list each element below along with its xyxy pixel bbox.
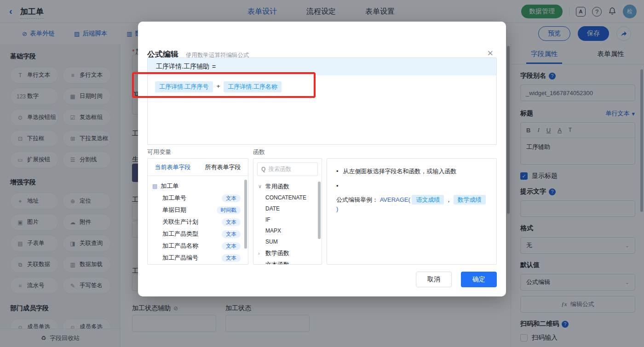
variable-row-加工产品名称[interactable]: 加工产品名称文本 [152,240,243,252]
function-group-label: 文本函数 [265,261,289,265]
chevron-down-icon: ∨ [258,183,263,189]
variable-type-badge: 文本 [222,230,241,238]
variables-panel: 当前表单字段 所有表单字段 ▤ 加工单 加工单号文本单据日期时间戳关联生产计划文… [147,158,248,265]
field-rows: 加工单号文本单据日期时间戳关联生产计划文本加工产品类型文本加工产品名称文本加工产… [152,192,243,264]
variable-row-加工单号[interactable]: 加工单号文本 [152,192,243,204]
variable-name: 加工产品编号 [162,254,198,262]
function-group-label: 数学函数 [265,249,289,257]
function-group-文本函数[interactable]: ›文本函数 [258,259,317,265]
function-item-DATE[interactable]: DATE [258,203,317,214]
search-icon: Q [261,166,265,172]
example-chip: 数学成绩 [454,195,486,205]
variable-type-badge: 文本 [222,242,241,250]
variable-row-加工产品编号[interactable]: 加工产品编号文本 [152,252,243,264]
function-group-label: 常用函数 [265,182,289,191]
variable-row-单据日期[interactable]: 单据日期时间戳 [152,204,243,216]
functions-panel: Q 搜索函数 ∨常用函数CONCATENATEDATEIFMAPXSUM›数学函… [253,158,322,265]
modal-footer: 取消 确定 [416,272,497,287]
tab-current-form-fields[interactable]: 当前表单字段 [148,159,198,176]
variable-type-badge: 时间戳 [217,206,241,214]
function-item-IF[interactable]: IF [258,214,317,225]
variable-name: 加工产品名称 [162,242,198,250]
form-doc-icon: ▤ [152,183,157,189]
form-node[interactable]: ▤ 加工单 [152,180,243,192]
example-function-name: AVERAGE( [380,196,410,203]
variable-name: 加工产品类型 [162,230,198,238]
bullet-icon: • [336,167,339,176]
variable-row-关联生产计划[interactable]: 关联生产计划文本 [152,216,243,228]
variable-row-加工产品类型[interactable]: 加工产品类型文本 [152,228,243,240]
bullet-icon: • [336,182,339,191]
close-icon[interactable]: × [487,48,493,58]
example-close-paren: ) [336,205,338,212]
tips-panel: • 从左侧面板选择字段名和函数，或输入函数 • 公式编辑举例： AVERAGE(… [327,158,497,265]
function-item-SUM[interactable]: SUM [258,236,317,247]
tip-row: • 从左侧面板选择字段名和函数，或输入函数 [336,167,487,176]
formula-operator: + [217,81,220,90]
function-item-CONCATENATE[interactable]: CONCATENATE [258,192,317,203]
variable-name: 单据日期 [162,206,186,214]
function-group-常用函数[interactable]: ∨常用函数 [258,181,317,192]
formula-target: 工序详情.工序辅助= [148,58,496,75]
functions-section-label: 函数 [253,148,265,156]
variables-section-label: 可用变量 [147,148,171,156]
function-search-input[interactable]: Q 搜索函数 [257,162,318,176]
example-chip: 语文成绩 [412,195,444,205]
variable-type-badge: 文本 [222,254,241,262]
chevron-right-icon: › [258,250,263,256]
variable-name: 加工单号 [162,194,186,202]
formula-edit-modal: 公式编辑 使用数学运算符编辑公式 × 工序详情.工序辅助= 工序详情.工序序号 … [138,22,506,296]
cancel-button[interactable]: 取消 [416,272,452,287]
variable-type-badge: 文本 [222,194,241,202]
variables-list: ▤ 加工单 加工单号文本单据日期时间戳关联生产计划文本加工产品类型文本加工产品名… [148,176,248,265]
confirm-button[interactable]: 确定 [461,272,497,287]
functions-scrollbar[interactable] [318,182,321,239]
function-group-数学函数[interactable]: ›数学函数 [258,247,317,259]
formula-editor[interactable]: 工序详情.工序辅助= 工序详情.工序序号 + 工序详情.工序名称 [147,57,497,145]
function-item-MAPX[interactable]: MAPX [258,225,317,236]
tab-all-form-fields[interactable]: 所有表单字段 [198,159,248,176]
screen: ‹ 加工单 表单设计 流程设定 表单设置 数据管理 A ? 检 ⊘表单外链▨后端… [0,0,644,347]
formula-chip-left[interactable]: 工序详情.工序序号 [155,81,213,92]
tip-row-example: • 公式编辑举例： AVERAGE( 语文成绩 ， 数学成绩 ) [336,182,487,214]
search-placeholder: 搜索函数 [268,165,291,173]
variables-tabs: 当前表单字段 所有表单字段 [148,159,248,176]
variable-type-badge: 文本 [222,218,241,226]
function-tree: ∨常用函数CONCATENATEDATEIFMAPXSUM›数学函数›文本函数 [253,180,322,265]
variable-name: 关联生产计划 [162,218,198,226]
chevron-right-icon: › [258,262,263,265]
formula-body[interactable]: 工序详情.工序序号 + 工序详情.工序名称 [148,75,496,144]
variables-scrollbar[interactable] [244,180,247,249]
formula-chip-right[interactable]: 工序详情.工序名称 [224,81,282,92]
